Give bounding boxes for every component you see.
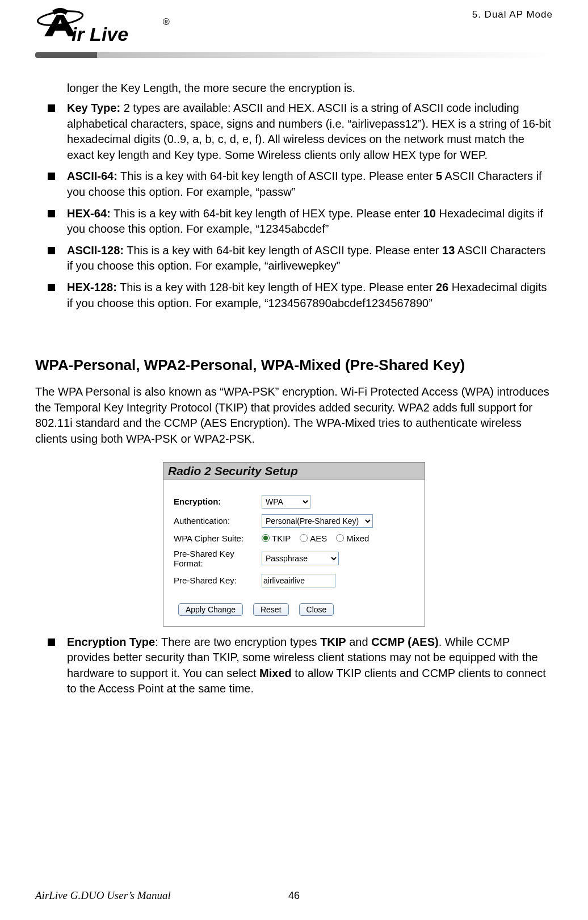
- apply-change-button[interactable]: Apply Change: [178, 603, 243, 616]
- bullet-list-1: Key Type: 2 types are available: ASCII a…: [48, 100, 553, 311]
- list-item: HEX-128: This is a key with 128-bit key …: [48, 280, 553, 311]
- text: This is a key with 64-bit key length of …: [111, 207, 423, 220]
- value: 10: [423, 207, 436, 220]
- authentication-select[interactable]: Personal(Pre-Shared Key): [262, 514, 373, 528]
- value: 5: [436, 170, 442, 182]
- bold: CCMP (AES): [371, 636, 439, 648]
- psk-input[interactable]: [262, 574, 335, 587]
- close-button[interactable]: Close: [299, 603, 334, 616]
- cipher-radio-mixed[interactable]: Mixed: [336, 533, 369, 543]
- section-paragraph: The WPA Personal is also known as “WPA-P…: [35, 384, 553, 447]
- value: 13: [442, 244, 455, 257]
- reset-button[interactable]: Reset: [253, 603, 289, 616]
- text: This is a key with 64-bit key length of …: [117, 170, 436, 182]
- psk-label: Pre-Shared Key:: [174, 575, 262, 585]
- bold: Mixed: [259, 667, 292, 679]
- security-setup-dialog: Radio 2 Security Setup Encryption: WPA A…: [163, 462, 425, 627]
- term: HEX-64:: [67, 207, 111, 220]
- bold: TKIP: [320, 636, 346, 648]
- cipher-radio-tkip[interactable]: TKIP: [262, 533, 291, 543]
- term: Encryption Type: [67, 636, 155, 648]
- term: Key Type:: [67, 102, 120, 114]
- authentication-label: Authentication:: [174, 516, 262, 526]
- section-heading: WPA-Personal, WPA2-Personal, WPA-Mixed (…: [35, 356, 553, 374]
- svg-text:®: ®: [163, 17, 170, 27]
- dialog-title: Radio 2 Security Setup: [163, 463, 425, 480]
- airlive-logo: ir Live ®: [35, 8, 183, 48]
- text: 2 types are available: ASCII and HEX. AS…: [67, 102, 551, 161]
- list-item: ASCII-64: This is a key with 64-bit key …: [48, 169, 553, 200]
- text: This is a key with 128-bit key length of…: [117, 281, 436, 293]
- psk-format-select[interactable]: Passphrase: [262, 552, 339, 565]
- term: HEX-128:: [67, 281, 117, 293]
- text: There are two encryption types: [158, 636, 320, 648]
- psk-format-label: Pre-Shared Key Format:: [174, 549, 262, 568]
- term: ASCII-128:: [67, 244, 124, 257]
- svg-text:ir Live: ir Live: [72, 23, 128, 45]
- list-item: HEX-64: This is a key with 64-bit key le…: [48, 206, 553, 237]
- list-item: Encryption Type: There are two encryptio…: [48, 635, 553, 697]
- header-section: 5. Dual AP Mode: [472, 8, 553, 20]
- cipher-label: WPA Cipher Suite:: [174, 533, 262, 543]
- text: This is a key with 64-bit key length of …: [124, 244, 442, 257]
- term: ASCII-64:: [67, 170, 117, 182]
- bullet-list-2: Encryption Type: There are two encryptio…: [48, 635, 553, 697]
- radio-aes[interactable]: [300, 534, 308, 542]
- page-number: 46: [0, 890, 588, 902]
- list-item: ASCII-128: This is a key with 64-bit key…: [48, 243, 553, 274]
- encryption-label: Encryption:: [174, 497, 262, 506]
- radio-mixed[interactable]: [336, 534, 344, 542]
- cipher-radio-aes[interactable]: AES: [300, 533, 327, 543]
- header-divider: [35, 52, 553, 58]
- intro-tail: longer the Key Length, the more secure t…: [67, 81, 553, 96]
- encryption-select[interactable]: WPA: [262, 495, 310, 509]
- list-item: Key Type: 2 types are available: ASCII a…: [48, 100, 553, 163]
- value: 26: [436, 281, 448, 293]
- radio-tkip[interactable]: [262, 534, 270, 542]
